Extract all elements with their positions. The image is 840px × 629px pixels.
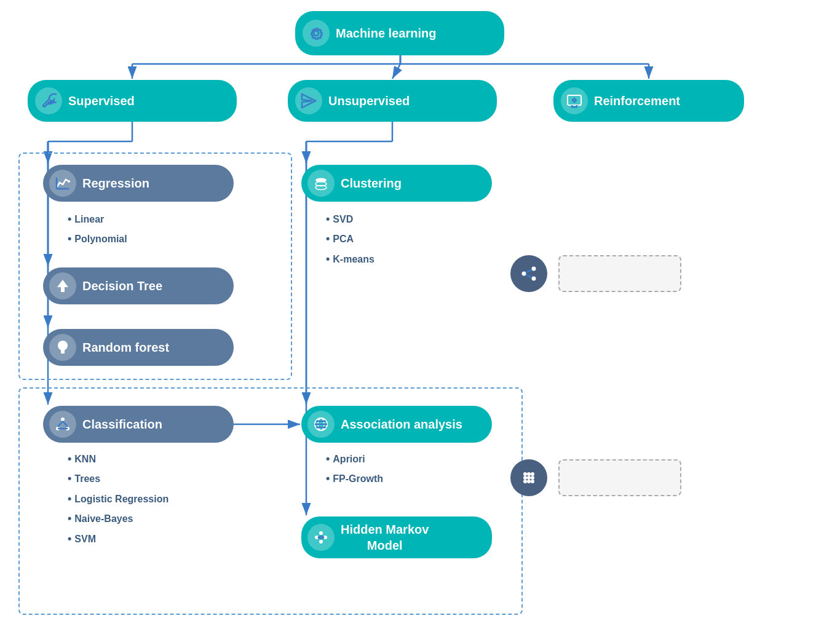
classification-bullet-4: Naive-Bayes <box>68 508 168 528</box>
node-regression: Regression <box>43 165 234 202</box>
clustering-bullets: SVD PCA K-means <box>326 209 374 269</box>
svg-point-46 <box>522 272 526 276</box>
node-hidden-markov: Hidden Markov Model <box>301 516 492 558</box>
reinforcement-label: Reinforcement <box>594 94 680 108</box>
association-label: Association analysis <box>341 417 462 432</box>
clustering-bullet-3: K-means <box>326 249 374 269</box>
scatter-icon <box>307 524 335 551</box>
association-bullet-1: Apriori <box>326 449 383 469</box>
classification-bullet-5: SVM <box>68 529 168 548</box>
svg-point-55 <box>527 476 531 480</box>
root-label: Machine learning <box>336 26 436 41</box>
svg-point-54 <box>523 476 527 480</box>
regression-label: Regression <box>82 176 149 191</box>
svg-point-43 <box>319 531 323 535</box>
svg-point-53 <box>531 472 534 476</box>
node-random-forest: Random forest <box>43 329 234 366</box>
classification-bullet-1: KNN <box>68 449 168 469</box>
classification-label: Classification <box>82 417 162 432</box>
chart-icon <box>49 170 76 197</box>
clustering-label: Clustering <box>341 176 402 191</box>
node-clustering: Clustering <box>301 165 492 202</box>
network-icon <box>49 411 76 438</box>
hidden-markov-label: Hidden Markov Model <box>341 521 429 553</box>
svg-point-28 <box>61 417 65 421</box>
node-unsupervised: Unsupervised <box>288 80 497 122</box>
svg-line-31 <box>58 421 63 427</box>
classification-bullet-3: Logistic Regression <box>68 489 168 508</box>
placeholder-box-2 <box>558 459 681 496</box>
node-association: Association analysis <box>301 406 492 443</box>
regression-bullet-2: Polynomial <box>68 229 127 248</box>
screen-icon <box>561 87 588 114</box>
svg-line-49 <box>526 270 532 272</box>
svg-point-57 <box>523 480 527 483</box>
svg-line-50 <box>526 275 532 277</box>
regression-bullet-1: Linear <box>68 209 127 229</box>
clustering-bullet-2: PCA <box>326 229 374 248</box>
share-icon <box>510 255 547 292</box>
diagram-container: Machine learning Supervised Unsupervised <box>0 0 840 629</box>
node-machine-learning: Machine learning <box>295 11 504 55</box>
globe-icon <box>307 411 335 438</box>
paper-plane-icon <box>295 87 322 114</box>
svg-rect-27 <box>61 350 65 354</box>
node-supervised: Supervised <box>28 80 237 122</box>
svg-point-47 <box>532 267 536 271</box>
grid-icon <box>510 459 547 496</box>
node-classification: Classification <box>43 406 234 443</box>
association-bullet-2: FP-Growth <box>326 469 383 488</box>
svg-point-51 <box>523 472 527 476</box>
svg-point-22 <box>68 180 70 183</box>
node-reinforcement: Reinforcement <box>553 80 744 122</box>
svg-marker-25 <box>57 280 68 292</box>
unsupervised-label: Unsupervised <box>328 94 410 108</box>
random-forest-label: Random forest <box>82 341 169 355</box>
svg-point-52 <box>527 472 531 476</box>
svg-point-48 <box>532 277 536 281</box>
forest-icon <box>49 334 76 361</box>
svg-point-56 <box>531 476 534 480</box>
classification-bullet-2: Trees <box>68 469 168 488</box>
decision-tree-label: Decision Tree <box>82 279 162 293</box>
node-decision-tree: Decision Tree <box>43 267 234 304</box>
classification-bullets: KNN Trees Logistic Regression Naive-Baye… <box>68 449 168 548</box>
svg-point-59 <box>531 480 534 483</box>
svg-line-32 <box>63 421 68 427</box>
svg-point-45 <box>319 540 323 544</box>
supervised-label: Supervised <box>68 94 135 108</box>
svg-point-58 <box>527 480 531 483</box>
gear-icon <box>303 20 330 47</box>
regression-bullets: Linear Polynomial <box>68 209 127 249</box>
svg-line-5 <box>392 64 400 79</box>
svg-rect-21 <box>568 95 581 105</box>
layers-icon <box>307 170 335 197</box>
wrench-icon <box>35 87 62 114</box>
tree-icon <box>49 272 76 299</box>
clustering-bullet-1: SVD <box>326 209 374 229</box>
placeholder-box-1 <box>558 255 681 292</box>
association-bullets: Apriori FP-Growth <box>326 449 383 489</box>
svg-point-26 <box>58 341 68 350</box>
